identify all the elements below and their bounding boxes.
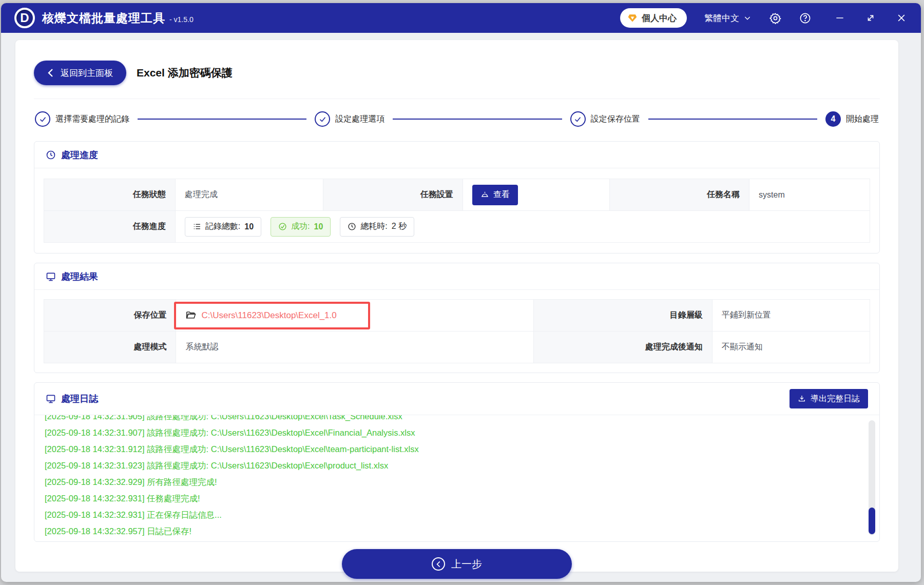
progress-panel-title: 處理進度 — [61, 149, 98, 161]
export-log-label: 導出完整日誌 — [811, 394, 860, 404]
step-2: 設定處理選項 — [315, 111, 384, 127]
step-1-label: 選擇需要處理的記錄 — [55, 114, 129, 125]
app-window: D 核爍文檔批量處理工具 - v1.5.0 個人中心 繁體中文 — [1, 3, 921, 582]
download-icon — [798, 395, 806, 403]
notify-label: 處理完成後通知 — [534, 332, 713, 363]
result-panel-title: 處理結果 — [61, 270, 98, 283]
app-version: - v1.5.0 — [169, 15, 194, 24]
result-panel-body: 保存位置 C:\Users\11623\Desk — [34, 290, 879, 373]
view-settings-button[interactable]: 查看 — [472, 185, 518, 205]
view-icon — [480, 190, 489, 199]
log-output[interactable]: [2025-09-18 14:32:31.905] 該路徑處理成功: C:\Us… — [34, 415, 879, 541]
process-mode-value: 系統默認 — [176, 332, 534, 363]
log-line: [2025-09-18 14:32:31.912] 該路徑處理成功: C:\Us… — [45, 441, 869, 457]
step-connector — [393, 119, 562, 120]
close-button[interactable] — [895, 12, 908, 24]
save-location-label: 保存位置 — [44, 300, 176, 332]
app-title: 核爍文檔批量處理工具 — [42, 10, 165, 26]
success-label: 成功: — [291, 221, 310, 232]
log-line: [2025-09-18 14:32:32.929] 所有路徑處理完成! — [45, 474, 869, 490]
success-badge: 成功: 10 — [271, 217, 331, 237]
settings-gear-icon[interactable] — [769, 12, 781, 24]
step-1: 選擇需要處理的記錄 — [35, 111, 129, 127]
result-panel: 處理結果 保存位置 — [34, 263, 880, 373]
export-log-button[interactable]: 導出完整日誌 — [790, 389, 868, 408]
records-count-badge: 記錄總數: 10 — [185, 217, 261, 237]
step-4: 4 開始處理 — [825, 111, 879, 127]
step-2-label: 設定處理選項 — [335, 114, 384, 125]
chevron-left-circle-icon — [432, 557, 445, 571]
task-settings-cell: 查看 — [463, 179, 609, 211]
task-progress-cell: 記錄總數: 10 — [175, 211, 870, 243]
task-progress-label: 任務進度 — [44, 211, 176, 243]
titlebar: D 核爍文檔批量處理工具 - v1.5.0 個人中心 繁體中文 — [1, 3, 921, 33]
step-3: 設定保存位置 — [570, 111, 640, 127]
page-title: Excel 添加密碼保護 — [137, 66, 233, 80]
records-count-label: 記錄總數: — [205, 221, 240, 232]
user-center-button[interactable]: 個人中心 — [620, 8, 687, 28]
language-label: 繁體中文 — [704, 12, 739, 24]
log-line: [2025-09-18 14:32:32.931] 任務處理完成! — [45, 490, 869, 506]
step-1-check-icon — [35, 111, 50, 127]
help-icon[interactable] — [799, 12, 811, 24]
card-header: 返回到主面板 Excel 添加密碼保護 — [34, 40, 880, 99]
log-line: [2025-09-18 14:32:31.923] 該路徑處理成功: C:\Us… — [45, 457, 869, 474]
log-line: [2025-09-18 14:32:32.957] 日誌已保存! — [45, 523, 869, 539]
user-center-label: 個人中心 — [642, 12, 677, 24]
content-card: 返回到主面板 Excel 添加密碼保護 選擇需要處理的記錄 設定處理選 — [15, 40, 898, 572]
records-count-value: 10 — [244, 222, 254, 231]
log-panel-header: 處理日誌 導出完整日誌 — [34, 383, 879, 415]
clock-icon — [46, 150, 56, 160]
monitor-icon — [46, 394, 56, 404]
elapsed-time-badge: 總耗時: 2 秒 — [340, 217, 414, 237]
chevron-left-icon — [47, 68, 54, 77]
maximize-button[interactable] — [864, 12, 877, 24]
step-connector — [138, 119, 306, 120]
step-3-check-icon — [570, 111, 586, 127]
back-to-dashboard-button[interactable]: 返回到主面板 — [34, 61, 126, 85]
check-circle-icon — [278, 222, 287, 231]
result-table: 保存位置 C:\Users\11623\Desk — [44, 299, 870, 363]
footer: 上一步 — [34, 542, 880, 579]
task-status-value: 處理完成 — [175, 179, 323, 211]
step-3-label: 設定保存位置 — [591, 114, 640, 125]
log-scrollbar[interactable] — [869, 420, 875, 535]
task-settings-label: 任務設置 — [323, 179, 463, 211]
view-button-label: 查看 — [493, 189, 510, 200]
log-lines: [2025-09-18 14:32:31.905] 該路徑處理成功: C:\Us… — [45, 415, 869, 539]
progress-panel: 處理進度 任務狀態 處理完成 任務設置 — [34, 141, 880, 254]
elapsed-time-label: 總耗時: — [360, 221, 387, 232]
list-icon — [192, 222, 201, 231]
success-value: 10 — [314, 222, 323, 231]
back-button-label: 返回到主面板 — [61, 67, 113, 79]
directory-level-value: 平鋪到新位置 — [712, 300, 870, 332]
language-selector[interactable]: 繁體中文 — [704, 12, 752, 24]
task-name-value: system — [749, 179, 870, 211]
save-location-cell: C:\Users\11623\Desktop\Excel_1.0 — [176, 300, 534, 332]
log-panel-title: 處理日誌 — [61, 393, 98, 405]
step-4-label: 開始處理 — [846, 114, 879, 125]
vip-gem-icon — [627, 13, 638, 23]
result-panel-header: 處理結果 — [34, 263, 879, 290]
task-name-label: 任務名稱 — [610, 179, 749, 211]
folder-open-icon — [185, 310, 196, 321]
clock-icon — [348, 222, 356, 231]
save-location-path[interactable]: C:\Users\11623\Desktop\Excel_1.0 — [201, 310, 336, 321]
log-line: [2025-09-18 14:32:31.905] 該路徑處理成功: C:\Us… — [45, 415, 869, 424]
process-mode-label: 處理模式 — [44, 332, 176, 363]
progress-panel-header: 處理進度 — [34, 142, 879, 168]
elapsed-time-value: 2 秒 — [392, 221, 407, 232]
directory-level-label: 目錄層級 — [534, 300, 713, 332]
notify-value: 不顯示通知 — [712, 332, 870, 363]
log-scrollbar-thumb[interactable] — [869, 508, 875, 534]
previous-step-button[interactable]: 上一步 — [342, 549, 572, 579]
progress-panel-body: 任務狀態 處理完成 任務設置 查看 — [34, 168, 879, 253]
app-logo-icon: D — [14, 8, 35, 28]
progress-table: 任務狀態 處理完成 任務設置 查看 — [44, 179, 870, 243]
log-line: [2025-09-18 14:32:32.931] 正在保存日誌信息... — [45, 506, 869, 523]
minimize-button[interactable] — [834, 12, 846, 24]
step-indicator: 選擇需要處理的記錄 設定處理選項 設定保存位置 — [34, 99, 880, 141]
task-status-label: 任務狀態 — [44, 179, 176, 211]
chevron-down-icon — [743, 14, 752, 22]
step-connector — [648, 119, 817, 120]
